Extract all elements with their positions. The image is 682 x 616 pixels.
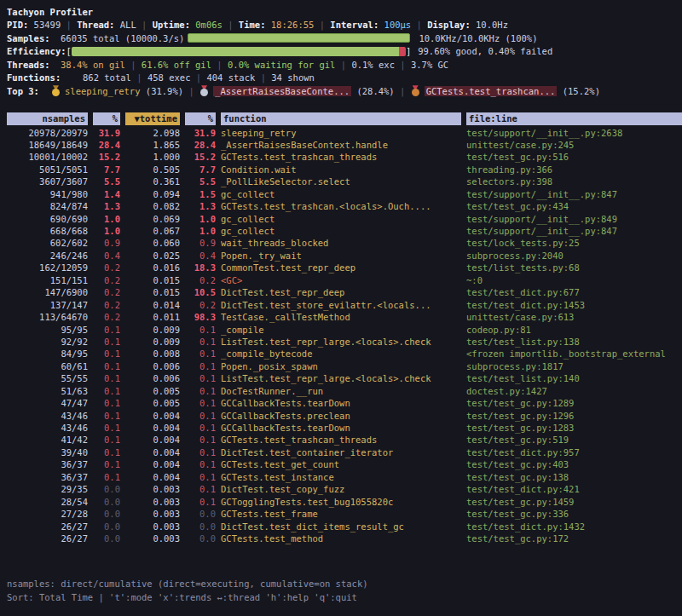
direct-pct-cell: 0.4: [93, 250, 120, 262]
direct-pct-cell: 0.2: [93, 299, 120, 311]
tottime-cell: 0.014: [125, 299, 180, 311]
cumulative-pct-cell: 0.0: [185, 508, 216, 520]
table-row[interactable]: 47/470.10.0050.1GCCallbackTests.tearDown…: [7, 397, 682, 409]
nsamples-cell: 84/95: [7, 348, 88, 360]
col-header-tottime[interactable]: ▼tottime: [125, 112, 180, 125]
functions-stat: 862 total: [83, 72, 131, 83]
separator: |: [411, 20, 427, 30]
nsamples-cell: 151/151: [7, 274, 88, 286]
function-cell: DictTest.test_dict_items_result_gc: [221, 521, 461, 533]
fileline-cell: test/test_gc.py:1283: [466, 422, 682, 434]
cumulative-pct-cell: 15.2: [185, 151, 216, 163]
table-row[interactable]: 668/6681.00.0671.0gc_collecttest/support…: [7, 225, 682, 237]
col-header-fileline[interactable]: file:line: [466, 112, 682, 125]
direct-pct-cell: 0.1: [93, 446, 120, 458]
table-row[interactable]: 41/420.10.0040.1GCTests.test_trashcan_th…: [7, 434, 682, 446]
table-row[interactable]: 55/550.10.0060.1ListTest.test_repr_large…: [7, 372, 682, 384]
separator: |: [223, 20, 239, 30]
cumulative-pct-cell: 10.5: [185, 286, 216, 298]
table-row[interactable]: 51/630.10.0050.1DocTestRunner.__rundocte…: [7, 385, 682, 397]
col-header-function[interactable]: function: [221, 112, 461, 125]
tottime-cell: 0.005: [125, 385, 180, 397]
table-row[interactable]: 162/120590.20.01618.3CommonTest.test_rep…: [7, 262, 682, 273]
table-row[interactable]: 602/6020.90.0600.9wait_threads_blockedte…: [7, 237, 682, 249]
separator: |: [190, 72, 206, 83]
meta-value: 10.0Hz: [476, 20, 508, 30]
table-row[interactable]: 3607/36075.50.3615.5_PollLikeSelector.se…: [7, 176, 682, 187]
nsamples-cell: 60/61: [7, 360, 88, 372]
direct-pct-cell: 1.0: [93, 213, 120, 225]
separator: |: [335, 60, 351, 70]
nsamples-cell: 941/980: [7, 188, 88, 200]
table-row[interactable]: 151/1510.20.0150.2<GC>~:0: [7, 274, 682, 286]
nsamples-cell: 55/55: [7, 372, 88, 384]
table-row[interactable]: 95/950.10.0090.1_compilecodeop.py:81: [7, 324, 682, 336]
direct-pct-cell: 0.0: [93, 533, 120, 544]
tottime-cell: 0.016: [125, 262, 180, 273]
table-row[interactable]: 246/2460.40.0250.4Popen._try_waitsubproc…: [7, 250, 682, 262]
efficiency-label: Efficiency:: [7, 46, 66, 56]
table-row[interactable]: 824/8741.30.0821.3GCTests.test_trashcan.…: [7, 200, 682, 212]
table-row[interactable]: 36/370.10.0040.1GCTests.test_get_countte…: [7, 458, 682, 470]
fileline-cell: test/test_dict.py:1432: [466, 521, 682, 533]
direct-pct-cell: 0.2: [93, 311, 120, 323]
top3-percent: (31.9%): [141, 86, 184, 96]
tottime-cell: 0.009: [125, 336, 180, 348]
table-row[interactable]: 5051/50517.70.5057.7Condition.waitthread…: [7, 164, 682, 176]
fileline-cell: codeop.py:81: [466, 324, 682, 336]
table-row[interactable]: 113/646700.20.01198.3TestCase._callTestM…: [7, 311, 682, 323]
col-header-direct-pct[interactable]: %: [93, 112, 120, 125]
tottime-cell: 0.006: [125, 360, 180, 372]
table-row[interactable]: 690/6901.00.0691.0gc_collecttest/support…: [7, 213, 682, 225]
nsamples-cell: 147/6900: [7, 286, 88, 298]
nsamples-cell: 28/54: [7, 496, 88, 508]
direct-pct-cell: 0.9: [93, 237, 120, 249]
table-row[interactable]: 92/920.10.0090.1ListTest.test_repr_large…: [7, 336, 682, 348]
nsamples-cell: 5051/5051: [7, 164, 88, 176]
table-row[interactable]: 18649/1864928.41.86528.4_AssertRaisesBas…: [7, 139, 682, 151]
table-row[interactable]: 20978/2097931.92.09831.9sleeping_retryte…: [7, 127, 682, 139]
function-cell: GCCallbackTests.tearDown: [221, 422, 461, 434]
tottime-cell: 0.003: [125, 508, 180, 520]
table-row[interactable]: 29/350.00.0030.1DictTest.test_copy_fuzzt…: [7, 483, 682, 495]
tottime-cell: 0.004: [125, 434, 180, 446]
nsamples-cell: 824/874: [7, 200, 88, 212]
table-row[interactable]: 10001/1000215.21.00015.2GCTests.test_tra…: [7, 151, 682, 163]
thread-stat: 61.6% off gil: [142, 60, 211, 70]
col-header-nsamples[interactable]: nsamples: [7, 112, 88, 125]
table-row[interactable]: 39/400.10.0040.1DictTest.test_container_…: [7, 446, 682, 458]
thread-stat: 3.7% GC: [411, 60, 448, 70]
table-row[interactable]: 43/460.10.0040.1GCCallbackTests.tearDown…: [7, 422, 682, 434]
table-row[interactable]: 26/270.00.0030.0GCTests.test_methodtest/…: [7, 533, 682, 544]
tottime-cell: 0.069: [125, 213, 180, 225]
table-row[interactable]: 137/1470.20.0140.2DictTest.test_store_ev…: [7, 299, 682, 311]
functions-stat: 34 shown: [271, 72, 315, 83]
fileline-cell: unittest/case.py:613: [466, 311, 682, 323]
cumulative-pct-cell: 1.5: [185, 188, 216, 200]
fileline-cell: test/support/__init__.py:847: [466, 188, 682, 200]
table-row[interactable]: 26/270.00.0030.0DictTest.test_dict_items…: [7, 521, 682, 533]
table-row[interactable]: 28/540.00.0030.1GCTogglingTests.test_bug…: [7, 496, 682, 508]
direct-pct-cell: 0.2: [93, 262, 120, 273]
direct-pct-cell: 0.1: [93, 397, 120, 409]
col-header-cumulative-pct[interactable]: %: [185, 112, 216, 125]
top3-function-name: sleeping_retry: [65, 86, 141, 96]
top3-line: Top 3:sleeping_retry (31.9%) | _AssertRa…: [7, 84, 682, 98]
fileline-cell: test/test_gc.py:172: [466, 533, 682, 544]
table-row[interactable]: 147/69000.20.01510.5DictTest.test_repr_d…: [7, 286, 682, 298]
cumulative-pct-cell: 1.3: [185, 200, 216, 212]
direct-pct-cell: 0.1: [93, 458, 120, 470]
cumulative-pct-cell: 0.1: [185, 471, 216, 483]
table-row[interactable]: 60/610.10.0060.1Popen._posix_spawnsubpro…: [7, 360, 682, 372]
table-row[interactable]: 27/280.00.0030.0GCTests.test_frametest/t…: [7, 508, 682, 520]
table-row[interactable]: 43/460.10.0040.1GCCallbackTests.preclean…: [7, 410, 682, 422]
profiler-screen: Tachyon Profiler PID: 53499 | Thread: AL…: [0, 0, 682, 616]
table-row[interactable]: 84/950.10.0080.1_compile_bytecode<frozen…: [7, 348, 682, 360]
nsamples-cell: 36/37: [7, 471, 88, 483]
efficiency-line: Efficiency: [ ] 99.60% good, 0.40% faile…: [7, 45, 682, 59]
table-row[interactable]: 36/370.10.0040.1GCTests.test_instancetes…: [7, 471, 682, 483]
table-row[interactable]: 941/9801.40.0941.5gc_collecttest/support…: [7, 188, 682, 200]
cumulative-pct-cell: 18.3: [185, 262, 216, 273]
function-cell: GCTests.test_method: [221, 533, 461, 544]
function-cell: sleeping_retry: [221, 127, 461, 139]
